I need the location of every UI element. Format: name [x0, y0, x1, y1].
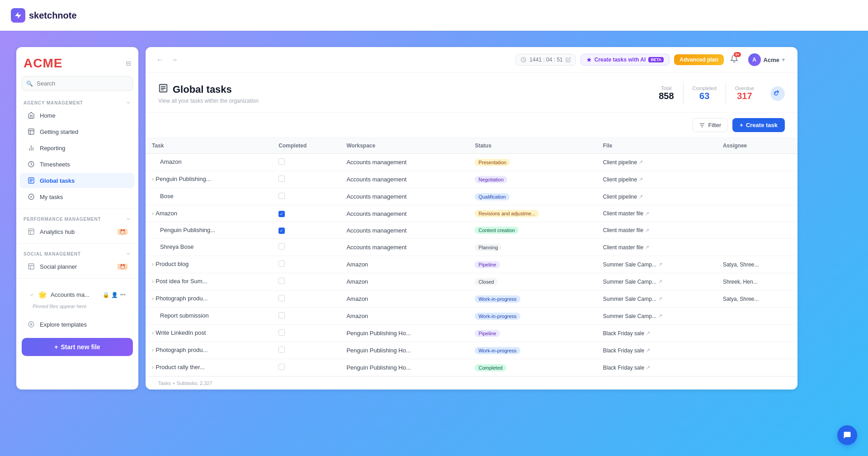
- file-name: Summer Sale Camp...: [603, 279, 656, 285]
- my-tasks-icon: [27, 193, 35, 201]
- task-checkbox[interactable]: [278, 312, 285, 318]
- expand-icon[interactable]: ›: [152, 364, 154, 370]
- task-checkbox[interactable]: [278, 278, 285, 284]
- status-cell: Qualification: [468, 188, 596, 205]
- file-arrow-icon[interactable]: ↗: [645, 211, 649, 217]
- table-row[interactable]: › Post idea for Sum... Amazon Closed Sum…: [146, 273, 797, 290]
- forward-arrow[interactable]: →: [169, 54, 180, 66]
- expand-icon[interactable]: ›: [152, 261, 154, 267]
- task-checkbox[interactable]: [278, 193, 285, 199]
- sidebar-item-label: Global tasks: [40, 177, 75, 184]
- task-checkbox[interactable]: [278, 364, 285, 370]
- file-arrow-icon[interactable]: ↗: [658, 279, 662, 285]
- sidebar-item-home[interactable]: Home: [20, 108, 135, 123]
- file-arrow-icon[interactable]: ↗: [645, 244, 649, 250]
- file-arrow-icon[interactable]: ↗: [658, 261, 662, 267]
- status-badge: Revisions and adjustme...: [475, 210, 539, 217]
- sidebar-item-global-tasks[interactable]: Global tasks: [20, 173, 135, 188]
- task-checkbox[interactable]: [278, 243, 285, 250]
- table-row[interactable]: Shreya Bose Accounts management Planning…: [146, 239, 797, 256]
- task-checkbox[interactable]: [278, 176, 285, 182]
- sidebar-collapse-button[interactable]: ⊟: [126, 60, 131, 67]
- search-input[interactable]: [22, 76, 133, 91]
- expand-icon[interactable]: ›: [152, 278, 154, 285]
- create-task-button[interactable]: + Create task: [732, 118, 785, 132]
- sidebar-item-timesheets[interactable]: Timesheets: [20, 157, 135, 172]
- chat-widget[interactable]: [837, 425, 857, 445]
- file-arrow-icon[interactable]: ↗: [646, 330, 650, 336]
- chevron-down-icon[interactable]: [126, 216, 131, 222]
- expand-icon[interactable]: ›: [152, 176, 154, 182]
- edit-icon[interactable]: [566, 57, 571, 62]
- task-cell: › Penguin Publishing...: [146, 171, 272, 187]
- chevron-down-icon[interactable]: [126, 251, 131, 256]
- analytics-hub-badge: ⏰: [118, 229, 127, 235]
- task-cell: › Amazon: [146, 205, 272, 221]
- table-row[interactable]: Bose Accounts management Qualification C…: [146, 188, 797, 205]
- file-arrow-icon[interactable]: ↗: [639, 176, 643, 182]
- table-row[interactable]: › Penguin Publishing... Accounts managem…: [146, 171, 797, 188]
- user-menu[interactable]: A Acme ▾: [745, 52, 788, 68]
- back-arrow[interactable]: ←: [155, 54, 165, 66]
- workspace-cell: Accounts management: [340, 239, 468, 256]
- plus-icon: +: [740, 122, 743, 128]
- table-row[interactable]: › Photograph produ... Penguin Publishing…: [146, 342, 797, 359]
- sidebar-item-reporting[interactable]: Reporting: [20, 140, 135, 156]
- expand-icon[interactable]: ›: [152, 210, 154, 217]
- notification-button[interactable]: 9+: [728, 53, 740, 67]
- update-button[interactable]: [770, 86, 785, 101]
- file-link: Summer Sale Camp... ↗: [603, 296, 710, 302]
- table-row[interactable]: › Photograph produ... Amazon Work-in-pro…: [146, 290, 797, 308]
- table-row[interactable]: › Product blog Amazon Pipeline Summer Sa…: [146, 256, 797, 273]
- sidebar-item-explore-templates[interactable]: Explore templates: [20, 317, 135, 332]
- file-arrow-icon[interactable]: ↗: [645, 228, 649, 233]
- completed-cell: ✓: [272, 205, 340, 222]
- explore-templates-label: Explore templates: [40, 321, 87, 328]
- sidebar-item-getting-started[interactable]: Getting started: [20, 124, 135, 139]
- file-arrow-icon[interactable]: ↗: [646, 347, 650, 353]
- sidebar-item-label: Timesheets: [40, 161, 70, 168]
- task-checkbox[interactable]: [278, 295, 285, 301]
- table-row[interactable]: Penguin Publishing... ✓ Accounts managem…: [146, 222, 797, 239]
- sidebar-item-social-planner[interactable]: Social planner ⏰: [20, 259, 135, 274]
- expand-icon[interactable]: ›: [152, 329, 154, 336]
- file-arrow-icon[interactable]: ↗: [646, 365, 650, 370]
- task-checkbox[interactable]: [278, 261, 285, 267]
- workspace-item-accounts[interactable]: 🌟 Accounts ma... 🔒 👤 •••: [25, 288, 129, 302]
- chevron-down-icon[interactable]: [126, 100, 131, 105]
- start-new-file-button[interactable]: + Start new file: [22, 338, 133, 356]
- sidebar-item-my-tasks[interactable]: My tasks: [20, 189, 135, 204]
- more-icon[interactable]: •••: [120, 292, 126, 298]
- file-arrow-icon[interactable]: ↗: [658, 296, 662, 302]
- table-row[interactable]: › Product rally ther... Penguin Publishi…: [146, 359, 797, 376]
- page-header-inner: Global tasks View all your tasks within …: [158, 82, 785, 105]
- task-checkbox[interactable]: [278, 158, 285, 165]
- task-checkbox[interactable]: ✓: [278, 211, 285, 217]
- advanced-plan-badge[interactable]: Advanced plan: [674, 54, 723, 65]
- create-ai-button[interactable]: Create tasks with AI BETA: [580, 54, 670, 66]
- filter-button[interactable]: Filter: [692, 118, 728, 132]
- file-arrow-icon[interactable]: ↗: [639, 194, 643, 200]
- file-cell: Client master file ↗: [597, 222, 717, 239]
- expand-icon[interactable]: ›: [152, 295, 154, 302]
- table-row[interactable]: › Amazon ✓ Accounts management Revisions…: [146, 205, 797, 222]
- file-link: Client pipeline ↗: [603, 159, 710, 166]
- total-stat: Total 858: [650, 82, 683, 105]
- table-row[interactable]: › Write LinkedIn post Penguin Publishing…: [146, 325, 797, 342]
- file-arrow-icon[interactable]: ↗: [658, 313, 662, 319]
- task-checkbox[interactable]: [278, 347, 285, 353]
- task-name: Product blog: [156, 261, 189, 267]
- task-name: Report submission: [160, 312, 209, 319]
- workspace-cell: Accounts management: [340, 205, 468, 222]
- table-row[interactable]: Amazon Accounts management Presentation …: [146, 154, 797, 171]
- task-checkbox[interactable]: [278, 329, 285, 336]
- status-cell: Pipeline: [468, 256, 596, 273]
- assignee-cell: [717, 171, 797, 188]
- pinned-files-text: Pinned files appear here: [25, 302, 129, 311]
- sidebar-item-analytics-hub[interactable]: Analytics hub ⏰: [20, 224, 135, 239]
- expand-icon[interactable]: ›: [152, 347, 154, 353]
- filter-label: Filter: [708, 122, 721, 128]
- task-checkbox[interactable]: ✓: [278, 228, 285, 234]
- table-row[interactable]: Report submission Amazon Work-in-progres…: [146, 308, 797, 325]
- file-arrow-icon[interactable]: ↗: [639, 159, 643, 165]
